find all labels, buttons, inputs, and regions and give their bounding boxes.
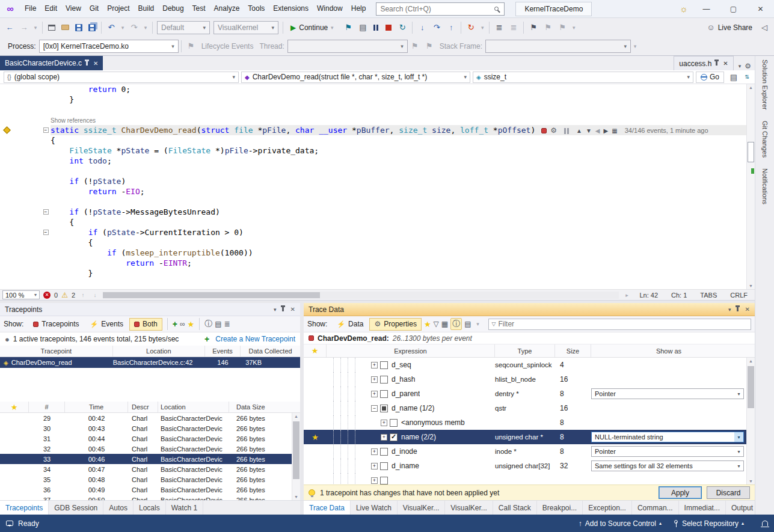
menu-git[interactable]: Git xyxy=(85,0,103,17)
book-icon[interactable]: ▤ xyxy=(727,70,740,84)
column-header-type[interactable]: Type xyxy=(495,344,555,357)
trace-row[interactable]: +d_seqseqcount_spinlock4 xyxy=(304,358,746,372)
filter-icon[interactable]: ▽ xyxy=(434,320,439,328)
split-editor-icon[interactable]: ⇅ xyxy=(743,70,751,84)
trace-row[interactable]: + xyxy=(304,473,746,485)
pin-icon[interactable] xyxy=(86,61,88,66)
expand-toggle[interactable]: + xyxy=(381,420,387,426)
grid-icon[interactable]: ▦ xyxy=(441,320,448,328)
settings-sync-icon[interactable]: ☼ xyxy=(675,4,693,14)
toolbar-overflow-icon[interactable]: ▾ xyxy=(631,39,639,54)
menu-help[interactable]: Help xyxy=(347,0,370,17)
trace-row[interactable]: +d_parentdentry *8Pointer▾ xyxy=(304,387,746,401)
showas-dropdown[interactable]: NULL-terminated string▾ xyxy=(591,432,744,442)
view-data[interactable]: ⚡Data xyxy=(332,318,368,331)
showas-dropdown[interactable]: Pointer▾ xyxy=(591,446,744,457)
window-options-icon[interactable]: ⚙ xyxy=(745,62,751,70)
search-input[interactable] xyxy=(380,5,494,13)
info-toggle-icon[interactable]: ⓘ xyxy=(450,318,462,330)
menu-debug[interactable]: Debug xyxy=(158,0,188,17)
tab-gdb-session[interactable]: GDB Session xyxy=(49,501,103,515)
event-row[interactable]: 3600:49CharlBasicCharacterDevic266 bytes xyxy=(0,485,300,495)
expand-toggle[interactable]: + xyxy=(371,376,378,383)
editor-margin[interactable] xyxy=(0,186,13,197)
report-icon[interactable]: ≣ xyxy=(224,320,230,328)
fold-marker[interactable]: − xyxy=(43,230,49,235)
go-button[interactable]: Go xyxy=(696,72,724,83)
live-share-button[interactable]: ☺ Live Share xyxy=(702,23,757,32)
close-icon[interactable]: ✕ xyxy=(745,306,750,313)
navigate-back-icon[interactable]: ← xyxy=(3,20,16,35)
trace-row[interactable]: −d_name (1/2)qstr16 xyxy=(304,401,746,415)
scrollbar-thumb[interactable] xyxy=(748,366,754,408)
expand-toggle[interactable]: + xyxy=(371,448,378,455)
menu-tools[interactable]: Tools xyxy=(244,0,269,17)
add-to-source-control-button[interactable]: ↑ Add to Source Control ▴ xyxy=(579,519,662,528)
redo-dropdown-icon[interactable]: ▾ xyxy=(142,20,149,35)
menu-project[interactable]: Project xyxy=(103,0,134,17)
editor-margin[interactable] xyxy=(0,105,13,115)
scroll-down-icon[interactable]: ▼ xyxy=(292,495,300,499)
column-header-data-collected[interactable]: Data Collected xyxy=(241,346,300,356)
lifecycle-events-icon[interactable]: ⚑ xyxy=(185,39,198,54)
editor-margin[interactable] xyxy=(0,84,13,94)
view-properties[interactable]: ⚙Properties xyxy=(369,318,421,331)
editor-margin[interactable] xyxy=(0,248,13,258)
editor-margin[interactable] xyxy=(0,237,13,248)
error-count[interactable]: 0 xyxy=(54,292,58,299)
menu-edit[interactable]: Edit xyxy=(40,0,61,17)
editor-margin[interactable] xyxy=(0,289,13,289)
trace-scrollbar[interactable]: ▲ ▼ xyxy=(746,358,755,485)
trace-filter-input[interactable] xyxy=(498,320,748,328)
collect-checkbox[interactable] xyxy=(380,477,388,485)
break-all-icon[interactable] xyxy=(373,25,378,31)
column-header-expression[interactable]: Expression xyxy=(327,344,495,357)
solution-config-combo[interactable]: Default ▾ xyxy=(157,21,210,34)
editor-margin[interactable] xyxy=(0,135,13,145)
feedback-icon[interactable]: ◁ xyxy=(758,20,771,35)
feedback-bubble-icon[interactable] xyxy=(6,521,13,526)
pin-icon[interactable] xyxy=(716,61,717,66)
star-icon[interactable]: ★ xyxy=(187,320,194,329)
scrollbar-thumb[interactable] xyxy=(103,292,320,298)
editor-horizontal-scrollbar[interactable] xyxy=(103,292,619,299)
pin-icon[interactable] xyxy=(737,307,739,311)
restart-icon[interactable]: ↻ xyxy=(396,20,409,35)
tab-output[interactable]: Output xyxy=(726,501,755,515)
editor-margin[interactable] xyxy=(0,176,13,186)
column-header-location[interactable]: Location xyxy=(113,346,205,356)
indent-icon[interactable]: ≣ xyxy=(507,20,520,35)
showas-dropdown[interactable]: Same settings for all 32 elements▾ xyxy=(591,460,744,471)
expand-toggle[interactable]: − xyxy=(371,405,378,412)
flag-icon[interactable]: ⚑ xyxy=(423,39,436,54)
scroll-down-icon[interactable]: ▼ xyxy=(747,284,755,288)
scroll-up-icon[interactable]: ▲ xyxy=(747,359,755,363)
event-row[interactable]: 3100:44CharlBasicCharacterDevic266 bytes xyxy=(0,433,300,444)
create-tracepoint-link[interactable]: Create a New Tracepoint xyxy=(215,335,295,343)
stack-frame-combo[interactable]: ▾ xyxy=(485,40,631,53)
sidebar-tab-git-changes[interactable]: Git Changes xyxy=(761,121,769,157)
close-icon[interactable]: ✕ xyxy=(93,60,98,67)
fold-marker[interactable]: − xyxy=(43,209,49,215)
warning-count-icon[interactable]: ⚠ xyxy=(61,291,68,299)
editor-margin[interactable] xyxy=(0,94,13,105)
tab-exception[interactable]: Exception... xyxy=(583,501,632,515)
prev-bookmark-icon[interactable]: ⚑ xyxy=(541,20,554,35)
search-box[interactable] xyxy=(376,2,505,16)
thread-combo[interactable]: ▾ xyxy=(287,40,408,53)
pin-icon[interactable] xyxy=(282,307,284,311)
collect-checkbox[interactable] xyxy=(390,419,398,427)
next-bookmark-icon[interactable]: ⚑ xyxy=(556,20,569,35)
tracepoint-margin-icon[interactable] xyxy=(3,126,11,134)
redo-icon[interactable]: ↷ xyxy=(127,20,141,35)
editor-margin[interactable] xyxy=(0,268,13,278)
step-over-icon[interactable]: ↷ xyxy=(430,20,443,35)
showas-dropdown[interactable]: Pointer▾ xyxy=(591,388,744,399)
tab-autos[interactable]: Autos xyxy=(103,501,134,515)
next-event-icon[interactable]: ▼ xyxy=(586,126,592,135)
fold-marker[interactable]: − xyxy=(43,127,49,133)
bookmark-icon[interactable]: ⚑ xyxy=(527,20,540,35)
event-row[interactable]: 3200:45CharlBasicCharacterDevic266 bytes xyxy=(0,444,300,454)
collect-checkbox[interactable] xyxy=(380,448,388,456)
member-dropdown[interactable]: ◆ CharDevDemo_read(struct file *, char *… xyxy=(241,72,470,83)
